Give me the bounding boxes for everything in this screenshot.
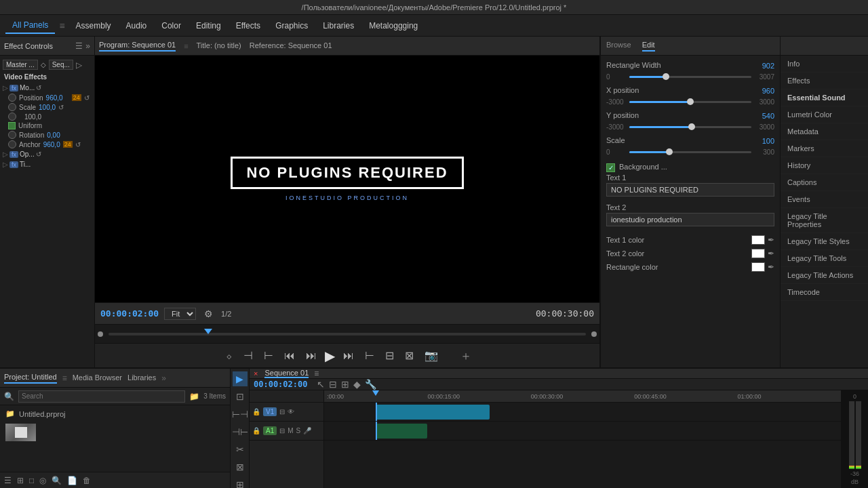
reset-pos[interactable]: ↺ [84, 94, 90, 102]
tab-reference[interactable]: Reference: Sequence 01 [250, 41, 332, 51]
reset-anchor[interactable]: ↺ [75, 141, 81, 148]
v1-track[interactable] [324, 403, 841, 422]
search-input[interactable] [18, 390, 185, 403]
text2-color-picker-icon[interactable]: ✒ [768, 249, 774, 258]
new-item-icon[interactable]: 📄 [67, 476, 77, 485]
tab-title[interactable]: Title: (no title) [197, 41, 241, 51]
scrubber-bar[interactable] [108, 333, 586, 336]
panel-item-lumetri[interactable]: Lumetri Color [781, 106, 868, 123]
panel-item-legacy-title-actions[interactable]: Legacy Title Actions [781, 267, 868, 284]
slip-tool[interactable]: ⊠ [233, 460, 248, 474]
reset-scale[interactable]: ↺ [58, 104, 64, 111]
anchor-x-value[interactable]: 960,0 [43, 141, 60, 148]
prev-frame-btn[interactable]: ⏮ [281, 348, 298, 363]
a1-track[interactable] [324, 422, 841, 441]
tab-program[interactable]: Program: Sequence 01 [99, 41, 176, 52]
seq-tab-main[interactable]: Sequence 01 [264, 369, 309, 378]
menu-audio[interactable]: Audio [119, 18, 154, 33]
y-pos-thumb[interactable] [688, 123, 695, 130]
panel-item-essential-sound[interactable]: Essential Sound [781, 89, 868, 106]
scale-thumb[interactable] [666, 148, 673, 155]
rect-color-picker-icon[interactable]: ✒ [768, 262, 774, 272]
pin-icon[interactable]: ◎ [39, 476, 46, 485]
close-seq-icon[interactable]: × [254, 369, 258, 378]
seq-timecode[interactable]: 00:00:02:00 [254, 380, 307, 389]
mark-in-btn[interactable]: ⬦ [223, 348, 235, 363]
seq-dropdown[interactable]: Seq... [49, 60, 73, 70]
wrench-icon[interactable]: 🔧 [365, 379, 376, 390]
new-bin-icon[interactable]: 📁 [189, 392, 199, 401]
settings-icon[interactable]: ⚙ [201, 307, 216, 321]
add-btn[interactable]: ＋ [460, 348, 472, 364]
uniform-scale-cb[interactable] [8, 122, 16, 129]
scale-val[interactable]: 100 [762, 137, 774, 145]
v1-sync-icon[interactable]: ⊟ [279, 408, 285, 415]
play-btn[interactable]: ▶ [325, 348, 335, 364]
panel-item-legacy-title-props[interactable]: Legacy Title Properties [781, 208, 868, 233]
tab-browse[interactable]: Browse [606, 41, 631, 52]
track-select-tool[interactable]: ⊡ [233, 389, 248, 404]
panel-item-metadata[interactable]: Metadata [781, 123, 868, 140]
marker-icon[interactable]: ◆ [353, 379, 361, 390]
tab-libraries[interactable]: Libraries [127, 373, 156, 383]
effect-controls-menu-icon[interactable]: ☰ [75, 41, 83, 51]
grid-view-icon[interactable]: ⊞ [17, 476, 24, 485]
tab-project[interactable]: Project: Untitled [4, 373, 57, 384]
rect-color-swatch[interactable] [751, 262, 765, 272]
panel-item-legacy-title-styles[interactable]: Legacy Title Styles [781, 233, 868, 250]
pos-x-value[interactable]: 960,0 [46, 94, 63, 102]
project-item-folder[interactable]: 📁 Untitled.prproj [3, 408, 227, 420]
master-dropdown[interactable]: Master ... [3, 60, 38, 70]
panel-item-effects[interactable]: Effects [781, 73, 868, 89]
panel-item-timecode[interactable]: Timecode [781, 284, 868, 301]
export-frame-btn[interactable]: 📷 [422, 348, 441, 363]
text1-color-picker-icon[interactable]: ✒ [768, 235, 774, 245]
menu-editing[interactable]: Editing [189, 18, 228, 33]
a1-clip[interactable] [376, 424, 427, 439]
rect-width-slider[interactable] [629, 76, 751, 78]
stopwatch-scale[interactable] [8, 103, 16, 111]
menu-metalogging[interactable]: Metaloggging [362, 18, 425, 33]
menu-libraries[interactable]: Libraries [316, 18, 361, 33]
menu-effects[interactable]: Effects [229, 18, 267, 33]
list-view-icon[interactable]: ☰ [4, 476, 12, 485]
selection-tool-icon[interactable]: ↖ [317, 379, 325, 390]
panel-item-info[interactable]: Info [781, 56, 868, 73]
overwrite-btn[interactable]: ⊠ [402, 348, 416, 363]
scale-slider[interactable] [629, 151, 751, 153]
select-tool[interactable]: ▶ [233, 371, 248, 386]
tab-media-browser[interactable]: Media Browser [73, 373, 122, 383]
rot-value[interactable]: 0,00 [47, 131, 60, 139]
expand-icon[interactable]: ▷ [76, 60, 82, 70]
panel-item-markers[interactable]: Markers [781, 140, 868, 157]
text1-color-swatch[interactable] [751, 235, 765, 245]
v1-eye-icon[interactable]: 👁 [288, 408, 294, 415]
effect-controls-expand-icon[interactable]: » [85, 41, 90, 51]
insert-btn[interactable]: ⊟ [382, 348, 397, 363]
search-footer-icon[interactable]: 🔍 [52, 476, 62, 485]
seq-tab-menu[interactable]: ≡ [314, 369, 319, 378]
step-forward-btn[interactable]: ⏭ [303, 348, 319, 363]
freeform-view-icon[interactable]: □ [29, 476, 34, 485]
fit-dropdown[interactable]: Fit [164, 308, 196, 320]
a1-sync-icon[interactable]: ⊟ [279, 427, 285, 434]
tab-edit[interactable]: Edit [642, 41, 655, 52]
panel-item-captions[interactable]: Captions [781, 174, 868, 191]
a1-mute-icon[interactable]: M [288, 427, 293, 434]
a1-lock-icon[interactable]: 🔒 [252, 427, 260, 434]
reset-opacity[interactable]: ↺ [36, 150, 41, 158]
text2-input[interactable] [606, 213, 774, 226]
panel-item-legacy-title-tools[interactable]: Legacy Title Tools [781, 250, 868, 267]
x-position-value[interactable]: 960 [762, 87, 774, 95]
menu-all-panels[interactable]: All Panels [5, 18, 55, 34]
menu-color[interactable]: Color [155, 18, 188, 33]
rolling-edit-tool[interactable]: ⊣⊢ [233, 424, 248, 439]
play-out-btn[interactable]: ⏭ [340, 348, 357, 363]
x-pos-slider[interactable] [629, 101, 751, 103]
go-to-out-btn[interactable]: ⊢ [362, 348, 377, 363]
ripple-edit-tool[interactable]: ⊢⊣ [233, 407, 248, 422]
text1-input[interactable] [606, 183, 774, 197]
timecode-in-display[interactable]: 00:00:02:00 [100, 308, 159, 319]
y-pos-slider[interactable] [629, 126, 751, 128]
go-to-in-btn[interactable]: ⊣ [241, 348, 256, 363]
